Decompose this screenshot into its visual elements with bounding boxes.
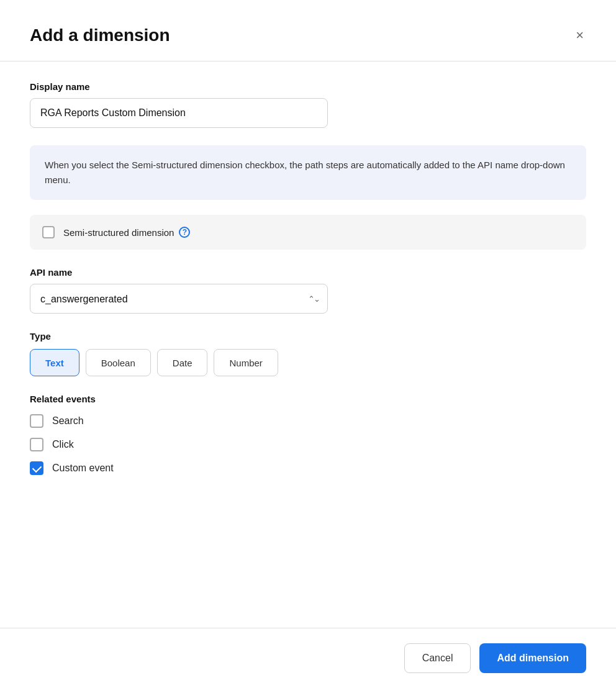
- add-dimension-button[interactable]: Add dimension: [479, 643, 586, 673]
- event-checkbox-search[interactable]: [30, 414, 43, 428]
- type-label: Type: [30, 331, 586, 342]
- api-name-section: API name c_answergenerated c_other: [30, 267, 586, 314]
- dialog-footer: Cancel Add dimension: [0, 628, 616, 688]
- dialog-header: Add a dimension ×: [0, 0, 616, 61]
- event-label-click: Click: [52, 439, 74, 450]
- event-checkbox-custom[interactable]: [30, 461, 43, 475]
- info-box-text: When you select the Semi-structured dime…: [45, 160, 565, 185]
- info-box: When you select the Semi-structured dime…: [30, 145, 586, 200]
- close-button[interactable]: ×: [573, 25, 586, 46]
- related-events-label: Related events: [30, 394, 586, 404]
- semi-structured-checkbox[interactable]: [42, 226, 55, 238]
- dialog-body: Display name When you select the Semi-st…: [0, 81, 616, 618]
- semi-structured-label: Semi-structured dimension ?: [63, 227, 190, 238]
- semi-structured-box: Semi-structured dimension ?: [30, 215, 586, 250]
- dialog-title: Add a dimension: [30, 25, 170, 45]
- api-name-select[interactable]: c_answergenerated c_other: [30, 284, 328, 314]
- event-checkbox-click[interactable]: [30, 438, 43, 451]
- cancel-button[interactable]: Cancel: [404, 643, 471, 673]
- event-item-click: Click: [30, 438, 586, 451]
- display-name-section: Display name: [30, 81, 586, 128]
- type-section: Type Text Boolean Date Number: [30, 331, 586, 376]
- type-btn-text[interactable]: Text: [30, 349, 79, 376]
- type-btn-date[interactable]: Date: [157, 349, 208, 376]
- event-label-custom: Custom event: [52, 463, 114, 474]
- display-name-input[interactable]: [30, 98, 328, 128]
- related-events-section: Related events Search Click Custom event: [30, 394, 586, 475]
- add-dimension-dialog: Add a dimension × Display name When you …: [0, 0, 616, 688]
- type-btn-number[interactable]: Number: [214, 349, 278, 376]
- api-name-select-wrapper: c_answergenerated c_other: [30, 284, 328, 314]
- type-btn-boolean[interactable]: Boolean: [86, 349, 151, 376]
- display-name-label: Display name: [30, 81, 586, 92]
- event-label-search: Search: [52, 415, 84, 427]
- event-item-search: Search: [30, 414, 586, 428]
- type-buttons: Text Boolean Date Number: [30, 349, 586, 376]
- semi-structured-help-icon[interactable]: ?: [179, 227, 190, 238]
- header-divider: [0, 61, 616, 61]
- event-item-custom: Custom event: [30, 461, 586, 475]
- api-name-label: API name: [30, 267, 586, 278]
